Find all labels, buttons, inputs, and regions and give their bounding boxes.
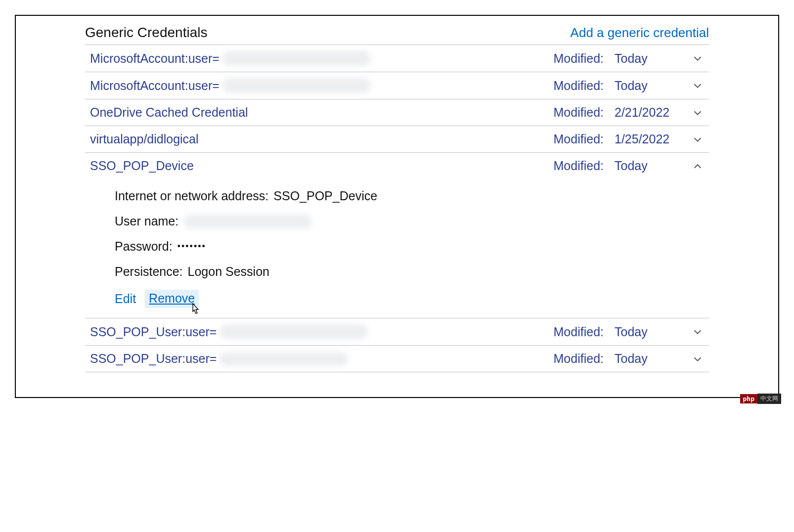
credential-name-text: SSO_POP_User:user= — [90, 325, 217, 339]
modified-label: Modified: — [554, 79, 604, 93]
credential-detail-panel: Internet or network address: SSO_POP_Dev… — [85, 179, 709, 318]
section-title: Generic Credentials — [85, 25, 207, 41]
remove-link[interactable]: Remove — [145, 290, 199, 308]
credential-row[interactable]: OneDrive Cached Credential Modified: 2/2… — [85, 99, 709, 126]
watermark-right: 中文网 — [757, 394, 781, 404]
chevron-down-icon[interactable] — [691, 133, 704, 146]
modified-value: Today — [615, 51, 676, 66]
credential-name-text: OneDrive Cached Credential — [90, 105, 248, 120]
detail-address: Internet or network address: SSO_POP_Dev… — [115, 189, 704, 203]
detail-password-value: ••••••• — [177, 241, 206, 252]
credential-name-text: MicrosoftAccount:user= — [90, 51, 220, 66]
credential-name-text: SSO_POP_Device — [90, 159, 194, 173]
chevron-down-icon[interactable] — [691, 52, 704, 65]
modified-label: Modified: — [554, 325, 604, 339]
detail-actions: Edit Remove — [115, 290, 704, 308]
detail-username: User name: — [115, 214, 704, 228]
detail-address-label: Internet or network address: — [115, 189, 268, 203]
chevron-down-icon[interactable] — [691, 106, 704, 119]
credential-row[interactable]: virtualapp/didlogical Modified: 1/25/202… — [85, 126, 709, 152]
chevron-down-icon[interactable] — [691, 353, 704, 365]
credential-row[interactable]: MicrosoftAccount:user= Modified: Today — [85, 44, 709, 72]
chevron-down-icon[interactable] — [691, 325, 704, 338]
modified-label: Modified: — [554, 105, 604, 120]
credential-name-text: MicrosoftAccount:user= — [90, 79, 220, 93]
modified-value: Today — [615, 79, 676, 93]
redacted-value — [220, 324, 368, 339]
add-generic-credential-link[interactable]: Add a generic credential — [571, 25, 709, 41]
credential-list: MicrosoftAccount:user= Modified: Today M… — [85, 44, 709, 372]
detail-persistence-label: Persistence: — [115, 265, 183, 279]
credential-row-expanded[interactable]: SSO_POP_Device Modified: Today — [85, 152, 709, 179]
credential-name: OneDrive Cached Credential — [90, 105, 549, 120]
credential-manager-panel: Generic Credentials Add a generic creden… — [15, 15, 779, 398]
detail-persistence: Persistence: Logon Session — [115, 265, 704, 279]
credential-name-text: SSO_POP_User:user= — [90, 352, 217, 366]
chevron-down-icon[interactable] — [691, 79, 704, 92]
credential-name-text: virtualapp/didlogical — [90, 132, 199, 146]
detail-password-label: Password: — [115, 239, 173, 254]
credential-name: SSO_POP_User:user= — [90, 352, 549, 366]
credential-row[interactable]: SSO_POP_User:user= Modified: Today — [85, 345, 709, 372]
modified-label: Modified: — [554, 159, 604, 173]
detail-username-label: User name: — [115, 214, 178, 228]
redacted-value — [222, 51, 371, 66]
modified-label: Modified: — [554, 132, 604, 146]
detail-address-value: SSO_POP_Device — [273, 189, 377, 203]
detail-password: Password: ••••••• — [115, 239, 704, 254]
edit-link[interactable]: Edit — [115, 292, 136, 306]
modified-value: Today — [615, 325, 676, 339]
watermark: php 中文网 — [740, 394, 781, 404]
modified-label: Modified: — [554, 352, 604, 366]
chevron-up-icon[interactable] — [691, 160, 704, 173]
detail-persistence-value: Logon Session — [188, 265, 269, 279]
modified-value: Today — [615, 352, 676, 366]
modified-label: Modified: — [554, 51, 604, 66]
section-header: Generic Credentials Add a generic creden… — [85, 25, 709, 44]
redacted-value — [222, 78, 371, 93]
watermark-left: php — [740, 394, 757, 403]
redacted-value — [220, 352, 348, 366]
modified-value: 2/21/2022 — [615, 105, 676, 120]
credential-row[interactable]: MicrosoftAccount:user= Modified: Today — [85, 72, 709, 99]
credential-name: SSO_POP_Device — [90, 159, 549, 173]
credential-name: SSO_POP_User:user= — [90, 324, 549, 339]
credential-row[interactable]: SSO_POP_User:user= Modified: Today — [85, 318, 709, 345]
modified-value: Today — [615, 159, 676, 173]
redacted-value — [183, 215, 312, 228]
modified-value: 1/25/2022 — [615, 132, 676, 146]
credential-name: virtualapp/didlogical — [90, 132, 549, 146]
credential-name: MicrosoftAccount:user= — [90, 78, 549, 93]
credential-name: MicrosoftAccount:user= — [90, 51, 549, 66]
